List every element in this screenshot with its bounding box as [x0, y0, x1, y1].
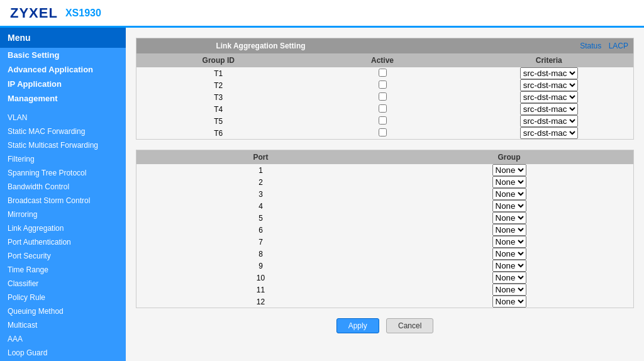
sidebar-item-advanced-application[interactable]: Advanced Application	[0, 62, 126, 77]
table-row: 3NoneT1T2T3T4T5T6	[136, 188, 634, 200]
table-row: T5src-dst-macsrc-macdst-macsrc-dst-ipsrc…	[136, 115, 634, 127]
active-checkbox[interactable]	[379, 116, 387, 125]
port-cell: 6	[136, 224, 386, 236]
port-cell: 5	[136, 212, 386, 224]
group-select[interactable]: NoneT1T2T3T4T5T6	[492, 284, 526, 296]
group-select[interactable]: NoneT1T2T3T4T5T6	[492, 188, 526, 200]
active-checkbox[interactable]	[379, 104, 387, 113]
criteria-select[interactable]: src-dst-macsrc-macdst-macsrc-dst-ipsrc-i…	[520, 91, 578, 103]
sidebar-item-filtering[interactable]: Filtering	[0, 152, 126, 166]
link-aggregation-outer: Link Aggregation Setting Status LACP Gro…	[136, 38, 634, 140]
sidebar-item-aaa[interactable]: AAA	[0, 332, 126, 346]
group-select[interactable]: NoneT1T2T3T4T5T6	[492, 272, 526, 284]
active-checkbox[interactable]	[379, 128, 387, 136]
group-cell: NoneT1T2T3T4T5T6	[385, 176, 634, 188]
main-content: Link Aggregation Setting Status LACP Gro…	[126, 28, 644, 361]
sidebar-item-classifier[interactable]: Classifier	[0, 277, 126, 291]
sidebar-divider	[0, 106, 126, 111]
port-cell: 3	[136, 188, 386, 200]
criteria-cell: src-dst-macsrc-macdst-macsrc-dst-ipsrc-i…	[465, 91, 634, 103]
header: ZYXEL XS1930	[0, 0, 644, 28]
group-select[interactable]: NoneT1T2T3T4T5T6	[492, 176, 526, 188]
group-select[interactable]: NoneT1T2T3T4T5T6	[492, 296, 526, 308]
sidebar-item-broadcast-storm-control[interactable]: Broadcast Storm Control	[0, 194, 126, 208]
active-cell	[301, 67, 465, 79]
sidebar-item-static-mac-forwarding[interactable]: Static MAC Forwarding	[0, 125, 126, 138]
port-group-rows: 1NoneT1T2T3T4T5T62NoneT1T2T3T4T5T63NoneT…	[136, 164, 634, 308]
group-select[interactable]: NoneT1T2T3T4T5T6	[492, 212, 526, 224]
group-select[interactable]: NoneT1T2T3T4T5T6	[492, 236, 526, 248]
sidebar-item-multicast[interactable]: Multicast	[0, 318, 126, 332]
criteria-cell: src-dst-macsrc-macdst-macsrc-dst-ipsrc-i…	[465, 115, 634, 127]
cancel-button[interactable]: Cancel	[386, 318, 433, 333]
table-row: T3src-dst-macsrc-macdst-macsrc-dst-ipsrc…	[136, 91, 634, 103]
sidebar-item-management[interactable]: Management	[0, 91, 126, 106]
sidebar-item-static-multicast-forwarding[interactable]: Static Multicast Forwarding	[0, 138, 126, 152]
sidebar-item-port-authentication[interactable]: Port Authentication	[0, 235, 126, 249]
group-cell: NoneT1T2T3T4T5T6	[385, 188, 634, 200]
criteria-select[interactable]: src-dst-macsrc-macdst-macsrc-dst-ipsrc-i…	[520, 127, 578, 139]
sidebar-item-mirroring[interactable]: Mirroring	[0, 208, 126, 221]
group-cell: NoneT1T2T3T4T5T6	[385, 212, 634, 224]
criteria-select[interactable]: src-dst-macsrc-macdst-macsrc-dst-ipsrc-i…	[520, 115, 578, 127]
group-cell: NoneT1T2T3T4T5T6	[385, 224, 634, 236]
apply-button[interactable]: Apply	[336, 318, 379, 333]
table-row: 2NoneT1T2T3T4T5T6	[136, 176, 634, 188]
body-layout: Menu Basic SettingAdvanced ApplicationIP…	[0, 28, 644, 361]
criteria-select[interactable]: src-dst-macsrc-macdst-macsrc-dst-ipsrc-i…	[520, 103, 578, 115]
group-id-cell: T5	[136, 115, 301, 127]
table-row: 5NoneT1T2T3T4T5T6	[136, 212, 634, 224]
group-cell: NoneT1T2T3T4T5T6	[385, 248, 634, 260]
sidebar-item-time-range[interactable]: Time Range	[0, 263, 126, 277]
port-cell: 11	[136, 284, 386, 296]
group-cell: NoneT1T2T3T4T5T6	[385, 272, 634, 284]
sidebar-item-policy-rule[interactable]: Policy Rule	[0, 291, 126, 304]
active-checkbox[interactable]	[379, 92, 387, 101]
sidebar-item-ip-application[interactable]: IP Application	[0, 77, 126, 91]
group-select[interactable]: NoneT1T2T3T4T5T6	[492, 248, 526, 260]
active-checkbox[interactable]	[379, 81, 387, 89]
status-link[interactable]: Status	[580, 42, 601, 50]
group-id-cell: T4	[136, 103, 301, 115]
criteria-select[interactable]: src-dst-macsrc-macdst-macsrc-dst-ipsrc-i…	[520, 79, 578, 91]
group-select[interactable]: NoneT1T2T3T4T5T6	[492, 260, 526, 272]
port-cell: 2	[136, 176, 386, 188]
col-group-id: Group ID	[136, 53, 301, 67]
sidebar-item-bandwidth-control[interactable]: Bandwidth Control	[0, 180, 126, 194]
sidebar-item-vlan[interactable]: VLAN	[0, 111, 126, 125]
group-select[interactable]: NoneT1T2T3T4T5T6	[492, 224, 526, 236]
col-criteria: Criteria	[465, 53, 634, 67]
active-checkbox[interactable]	[379, 69, 387, 77]
table-row: T1src-dst-macsrc-macdst-macsrc-dst-ipsrc…	[136, 67, 634, 79]
port-cell: 1	[136, 164, 386, 176]
col-port: Port	[136, 150, 386, 165]
group-id-cell: T6	[136, 127, 301, 140]
criteria-cell: src-dst-macsrc-macdst-macsrc-dst-ipsrc-i…	[465, 79, 634, 91]
criteria-cell: src-dst-macsrc-macdst-macsrc-dst-ipsrc-i…	[465, 127, 634, 140]
sidebar-item-loop-guard[interactable]: Loop Guard	[0, 346, 126, 360]
port-cell: 4	[136, 200, 386, 212]
group-select[interactable]: NoneT1T2T3T4T5T6	[492, 164, 526, 176]
link-agg-header-row: Link Aggregation Setting Status LACP	[136, 38, 634, 54]
active-cell	[301, 115, 465, 127]
lacp-link[interactable]: LACP	[609, 42, 628, 50]
active-cell	[301, 103, 465, 115]
port-cell: 9	[136, 260, 386, 272]
sidebar: Menu Basic SettingAdvanced ApplicationIP…	[0, 28, 126, 361]
active-cell	[301, 127, 465, 140]
group-cell: NoneT1T2T3T4T5T6	[385, 164, 634, 176]
group-id-cell: T3	[136, 91, 301, 103]
button-row: Apply Cancel	[136, 318, 634, 333]
sidebar-items: Basic SettingAdvanced ApplicationIP Appl…	[0, 48, 126, 361]
criteria-select[interactable]: src-dst-macsrc-macdst-macsrc-dst-ipsrc-i…	[520, 67, 578, 79]
criteria-cell: src-dst-macsrc-macdst-macsrc-dst-ipsrc-i…	[465, 67, 634, 79]
group-select[interactable]: NoneT1T2T3T4T5T6	[492, 200, 526, 212]
table-row: T6src-dst-macsrc-macdst-macsrc-dst-ipsrc…	[136, 127, 634, 140]
sidebar-item-spanning-tree-protocol[interactable]: Spanning Tree Protocol	[0, 166, 126, 180]
sidebar-item-queuing-method[interactable]: Queuing Method	[0, 304, 126, 318]
col-active: Active	[301, 53, 465, 67]
sidebar-item-port-security[interactable]: Port Security	[0, 249, 126, 263]
menu-title: Menu	[0, 28, 126, 48]
sidebar-item-link-aggregation[interactable]: Link Aggregation	[0, 221, 126, 235]
sidebar-item-basic-setting[interactable]: Basic Setting	[0, 48, 126, 62]
